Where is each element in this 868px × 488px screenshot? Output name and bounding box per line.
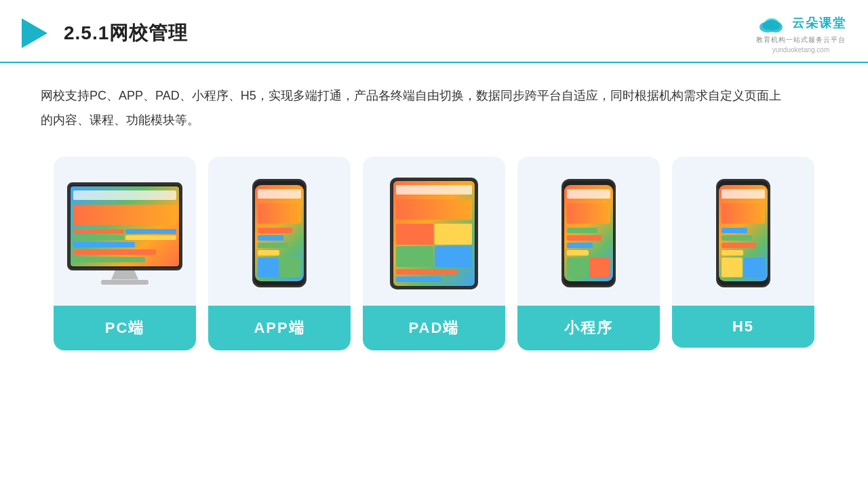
page-title: 2.5.1网校管理 bbox=[64, 20, 188, 46]
pc-card: PC端 bbox=[54, 157, 196, 350]
app-phone-screen bbox=[255, 185, 304, 281]
h5-phone-screen bbox=[719, 185, 768, 281]
cloud-logo-icon bbox=[755, 12, 788, 34]
h5-phone-device bbox=[716, 179, 770, 287]
app-card: APP端 bbox=[208, 157, 351, 350]
miniprogram-phone-device bbox=[561, 179, 616, 287]
cards-row: PC端 bbox=[41, 157, 827, 350]
pad-tablet-screen bbox=[393, 181, 475, 286]
header: 2.5.1网校管理 云朵课堂 教育机构一站式服务云平台 yunduoketang… bbox=[0, 0, 868, 63]
miniprogram-card: 小程序 bbox=[517, 157, 660, 350]
svg-point-4 bbox=[771, 22, 781, 30]
pc-card-image bbox=[54, 157, 196, 306]
pad-label: PAD端 bbox=[363, 306, 505, 350]
logo-cloud: 云朵课堂 bbox=[755, 12, 846, 34]
logo-sub: 教育机构一站式服务云平台 bbox=[756, 35, 846, 45]
logo-area: 云朵课堂 教育机构一站式服务云平台 yunduoketang.com bbox=[755, 12, 846, 54]
monitor-base bbox=[101, 280, 149, 285]
logo-text: 云朵课堂 bbox=[792, 15, 846, 31]
pad-tablet-device bbox=[390, 178, 478, 289]
monitor-screen bbox=[71, 186, 179, 266]
h5-label: H5 bbox=[672, 306, 814, 348]
miniprogram-card-image bbox=[517, 157, 660, 306]
monitor-stand bbox=[111, 270, 138, 280]
app-phone-device bbox=[252, 179, 307, 287]
monitor-device bbox=[67, 182, 182, 270]
h5-card: H5 bbox=[672, 157, 814, 348]
miniprogram-label: 小程序 bbox=[517, 306, 660, 350]
description-text: 网校支持PC、APP、PAD、小程序、H5，实现多端打通，产品各终端自由切换，数… bbox=[41, 83, 787, 132]
logo-url: yunduoketang.com bbox=[772, 46, 830, 54]
header-left: 2.5.1网校管理 bbox=[22, 18, 188, 48]
monitor-mockup-wrap bbox=[67, 182, 182, 285]
main-content: 网校支持PC、APP、PAD、小程序、H5，实现多端打通，产品各终端自由切换，数… bbox=[0, 63, 868, 364]
miniprogram-phone-screen bbox=[564, 185, 613, 281]
app-label: APP端 bbox=[208, 306, 351, 350]
pc-label: PC端 bbox=[54, 306, 196, 350]
h5-card-image bbox=[672, 157, 814, 306]
play-icon bbox=[22, 18, 47, 48]
pad-card-image bbox=[363, 157, 505, 306]
app-card-image bbox=[208, 157, 351, 306]
pad-card: PAD端 bbox=[363, 157, 505, 350]
